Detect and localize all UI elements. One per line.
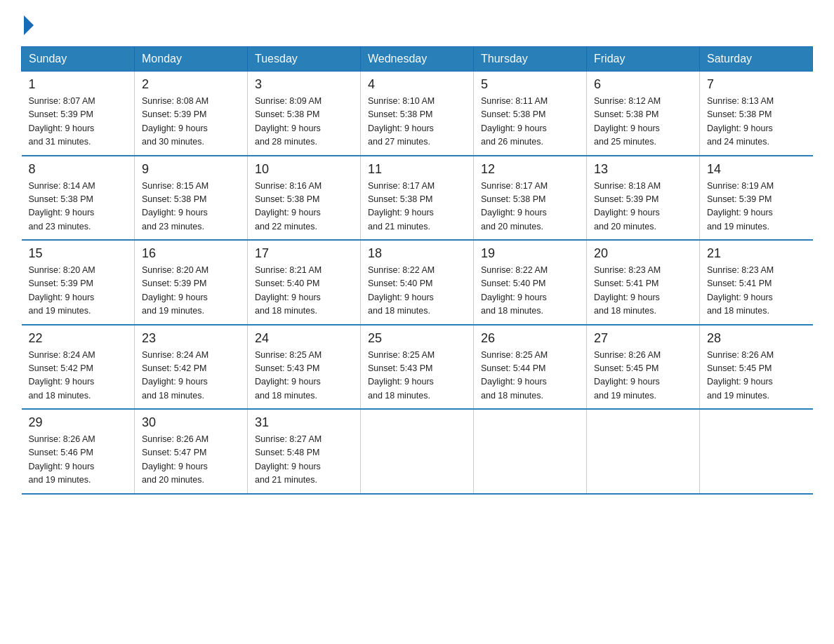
header-friday: Friday — [587, 47, 700, 72]
day-info: Sunrise: 8:21 AM Sunset: 5:40 PM Dayligh… — [255, 264, 353, 318]
calendar-cell: 22Sunrise: 8:24 AM Sunset: 5:42 PM Dayli… — [22, 325, 135, 410]
day-info: Sunrise: 8:23 AM Sunset: 5:41 PM Dayligh… — [594, 264, 692, 318]
calendar-cell: 11Sunrise: 8:17 AM Sunset: 5:38 PM Dayli… — [361, 156, 474, 241]
header-monday: Monday — [135, 47, 248, 72]
day-number: 8 — [29, 162, 128, 177]
day-number: 11 — [368, 162, 466, 177]
logo — [21, 14, 34, 32]
calendar-cell: 28Sunrise: 8:26 AM Sunset: 5:45 PM Dayli… — [700, 325, 813, 410]
calendar-cell: 30Sunrise: 8:26 AM Sunset: 5:47 PM Dayli… — [135, 409, 248, 494]
day-info: Sunrise: 8:12 AM Sunset: 5:38 PM Dayligh… — [594, 95, 692, 149]
calendar-cell: 24Sunrise: 8:25 AM Sunset: 5:43 PM Dayli… — [248, 325, 361, 410]
calendar-cell: 8Sunrise: 8:14 AM Sunset: 5:38 PM Daylig… — [22, 156, 135, 241]
day-info: Sunrise: 8:11 AM Sunset: 5:38 PM Dayligh… — [481, 95, 579, 149]
day-number: 16 — [142, 246, 240, 261]
calendar-cell: 17Sunrise: 8:21 AM Sunset: 5:40 PM Dayli… — [248, 240, 361, 325]
day-number: 7 — [707, 77, 806, 92]
day-info: Sunrise: 8:26 AM Sunset: 5:46 PM Dayligh… — [29, 433, 128, 488]
day-number: 4 — [368, 77, 466, 92]
day-info: Sunrise: 8:19 AM Sunset: 5:39 PM Dayligh… — [707, 180, 806, 234]
day-info: Sunrise: 8:09 AM Sunset: 5:38 PM Dayligh… — [255, 95, 353, 149]
day-number: 29 — [29, 415, 128, 430]
day-number: 20 — [594, 246, 692, 261]
calendar-cell: 29Sunrise: 8:26 AM Sunset: 5:46 PM Dayli… — [22, 409, 135, 494]
calendar-table: SundayMondayTuesdayWednesdayThursdayFrid… — [21, 46, 813, 495]
day-info: Sunrise: 8:22 AM Sunset: 5:40 PM Dayligh… — [481, 264, 579, 318]
day-info: Sunrise: 8:10 AM Sunset: 5:38 PM Dayligh… — [368, 95, 466, 149]
day-number: 30 — [142, 415, 240, 430]
calendar-cell: 3Sunrise: 8:09 AM Sunset: 5:38 PM Daylig… — [248, 72, 361, 156]
calendar-cell: 26Sunrise: 8:25 AM Sunset: 5:44 PM Dayli… — [474, 325, 587, 410]
day-info: Sunrise: 8:24 AM Sunset: 5:42 PM Dayligh… — [142, 349, 240, 403]
calendar-cell: 18Sunrise: 8:22 AM Sunset: 5:40 PM Dayli… — [361, 240, 474, 325]
day-number: 19 — [481, 246, 579, 261]
day-number: 12 — [481, 162, 579, 177]
day-number: 14 — [707, 162, 806, 177]
logo-arrow-icon — [24, 15, 34, 35]
calendar-cell: 20Sunrise: 8:23 AM Sunset: 5:41 PM Dayli… — [587, 240, 700, 325]
header-thursday: Thursday — [474, 47, 587, 72]
day-number: 9 — [142, 162, 240, 177]
day-number: 23 — [142, 331, 240, 346]
calendar-cell: 14Sunrise: 8:19 AM Sunset: 5:39 PM Dayli… — [700, 156, 813, 241]
day-info: Sunrise: 8:15 AM Sunset: 5:38 PM Dayligh… — [142, 180, 240, 234]
day-number: 24 — [255, 331, 353, 346]
day-number: 2 — [142, 77, 240, 92]
day-number: 6 — [594, 77, 692, 92]
calendar-cell: 4Sunrise: 8:10 AM Sunset: 5:38 PM Daylig… — [361, 72, 474, 156]
calendar-cell: 12Sunrise: 8:17 AM Sunset: 5:38 PM Dayli… — [474, 156, 587, 241]
week-row-5: 29Sunrise: 8:26 AM Sunset: 5:46 PM Dayli… — [22, 409, 813, 494]
day-info: Sunrise: 8:25 AM Sunset: 5:43 PM Dayligh… — [368, 349, 466, 403]
day-number: 31 — [255, 415, 353, 430]
calendar-cell: 2Sunrise: 8:08 AM Sunset: 5:39 PM Daylig… — [135, 72, 248, 156]
day-info: Sunrise: 8:14 AM Sunset: 5:38 PM Dayligh… — [29, 180, 128, 234]
calendar-cell: 19Sunrise: 8:22 AM Sunset: 5:40 PM Dayli… — [474, 240, 587, 325]
week-row-4: 22Sunrise: 8:24 AM Sunset: 5:42 PM Dayli… — [22, 325, 813, 410]
calendar-cell: 10Sunrise: 8:16 AM Sunset: 5:38 PM Dayli… — [248, 156, 361, 241]
day-info: Sunrise: 8:20 AM Sunset: 5:39 PM Dayligh… — [142, 264, 240, 318]
day-info: Sunrise: 8:07 AM Sunset: 5:39 PM Dayligh… — [29, 95, 128, 149]
day-number: 5 — [481, 77, 579, 92]
calendar-cell — [700, 409, 813, 494]
weekday-header-row: SundayMondayTuesdayWednesdayThursdayFrid… — [22, 47, 813, 72]
day-info: Sunrise: 8:23 AM Sunset: 5:41 PM Dayligh… — [707, 264, 806, 318]
day-info: Sunrise: 8:26 AM Sunset: 5:45 PM Dayligh… — [707, 349, 806, 403]
calendar-cell: 16Sunrise: 8:20 AM Sunset: 5:39 PM Dayli… — [135, 240, 248, 325]
day-number: 15 — [29, 246, 128, 261]
day-number: 22 — [29, 331, 128, 346]
day-info: Sunrise: 8:17 AM Sunset: 5:38 PM Dayligh… — [481, 180, 579, 234]
day-info: Sunrise: 8:25 AM Sunset: 5:43 PM Dayligh… — [255, 349, 353, 403]
header-wednesday: Wednesday — [361, 47, 474, 72]
day-info: Sunrise: 8:25 AM Sunset: 5:44 PM Dayligh… — [481, 349, 579, 403]
calendar-cell: 23Sunrise: 8:24 AM Sunset: 5:42 PM Dayli… — [135, 325, 248, 410]
day-info: Sunrise: 8:24 AM Sunset: 5:42 PM Dayligh… — [29, 349, 128, 403]
calendar-cell: 7Sunrise: 8:13 AM Sunset: 5:38 PM Daylig… — [700, 72, 813, 156]
day-number: 13 — [594, 162, 692, 177]
calendar-cell — [361, 409, 474, 494]
calendar-cell: 27Sunrise: 8:26 AM Sunset: 5:45 PM Dayli… — [587, 325, 700, 410]
day-info: Sunrise: 8:27 AM Sunset: 5:48 PM Dayligh… — [255, 433, 353, 488]
calendar-cell: 6Sunrise: 8:12 AM Sunset: 5:38 PM Daylig… — [587, 72, 700, 156]
day-info: Sunrise: 8:26 AM Sunset: 5:45 PM Dayligh… — [594, 349, 692, 403]
day-number: 1 — [29, 77, 128, 92]
week-row-2: 8Sunrise: 8:14 AM Sunset: 5:38 PM Daylig… — [22, 156, 813, 241]
header-sunday: Sunday — [22, 47, 135, 72]
calendar-cell: 21Sunrise: 8:23 AM Sunset: 5:41 PM Dayli… — [700, 240, 813, 325]
day-info: Sunrise: 8:22 AM Sunset: 5:40 PM Dayligh… — [368, 264, 466, 318]
day-info: Sunrise: 8:16 AM Sunset: 5:38 PM Dayligh… — [255, 180, 353, 234]
day-number: 27 — [594, 331, 692, 346]
day-info: Sunrise: 8:26 AM Sunset: 5:47 PM Dayligh… — [142, 433, 240, 488]
day-number: 21 — [707, 246, 806, 261]
week-row-3: 15Sunrise: 8:20 AM Sunset: 5:39 PM Dayli… — [22, 240, 813, 325]
calendar-cell: 13Sunrise: 8:18 AM Sunset: 5:39 PM Dayli… — [587, 156, 700, 241]
day-info: Sunrise: 8:13 AM Sunset: 5:38 PM Dayligh… — [707, 95, 806, 149]
day-number: 3 — [255, 77, 353, 92]
day-info: Sunrise: 8:18 AM Sunset: 5:39 PM Dayligh… — [594, 180, 692, 234]
day-info: Sunrise: 8:17 AM Sunset: 5:38 PM Dayligh… — [368, 180, 466, 234]
calendar-cell: 25Sunrise: 8:25 AM Sunset: 5:43 PM Dayli… — [361, 325, 474, 410]
day-number: 28 — [707, 331, 806, 346]
page-header — [21, 14, 813, 32]
week-row-1: 1Sunrise: 8:07 AM Sunset: 5:39 PM Daylig… — [22, 72, 813, 156]
header-tuesday: Tuesday — [248, 47, 361, 72]
day-info: Sunrise: 8:20 AM Sunset: 5:39 PM Dayligh… — [29, 264, 128, 318]
